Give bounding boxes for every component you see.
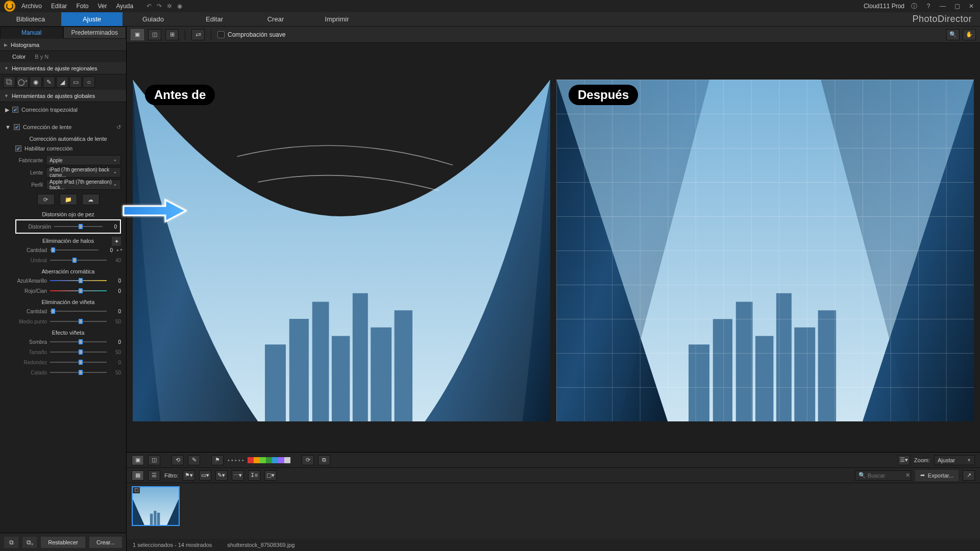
- module-edit[interactable]: Editar: [184, 12, 245, 26]
- chroma-rc-slider[interactable]: [50, 287, 107, 294]
- settings-icon[interactable]: ✲: [167, 3, 172, 10]
- filter-edit-icon[interactable]: ✎▾: [215, 470, 228, 481]
- secondary-display-icon[interactable]: ⮂: [191, 29, 205, 40]
- section-global[interactable]: ▼Herramientas de ajustes globales: [0, 90, 126, 102]
- distortion-slider[interactable]: [54, 223, 103, 230]
- strip-view1-icon[interactable]: ▣: [132, 455, 144, 465]
- module-create[interactable]: Crear: [245, 12, 306, 26]
- grad-tool-icon[interactable]: ◢: [56, 77, 68, 88]
- lens-enable[interactable]: ✔Habilitar corrección: [15, 143, 121, 154]
- help-icon[interactable]: ?: [924, 3, 933, 10]
- before-pane[interactable]: Antes de: [133, 80, 550, 421]
- zoom-tool-icon[interactable]: 🔍: [946, 29, 960, 40]
- lens-dropdown[interactable]: iPad (7th generation) back came...▼: [46, 167, 121, 178]
- global-scroll[interactable]: ▶✔Corrección trapezoidal ▼✔Corrección de…: [0, 102, 126, 533]
- rect-tool-icon[interactable]: ▭: [69, 77, 82, 88]
- histo-color[interactable]: Color: [12, 54, 26, 60]
- refresh-icon[interactable]: ⟳: [302, 455, 314, 465]
- brush-tool-icon[interactable]: ✎: [43, 77, 55, 88]
- zoom-dropdown[interactable]: Ajustar▼: [934, 455, 975, 465]
- section-regional[interactable]: ▼Herramientas de ajuste regionales: [0, 62, 126, 74]
- redo-icon[interactable]: ↷: [157, 3, 162, 10]
- tab-presets[interactable]: Predeterminados: [63, 27, 127, 39]
- module-adjust[interactable]: Ajuste: [61, 12, 122, 26]
- filter-label-icon[interactable]: ▭▾: [199, 470, 211, 481]
- module-guided[interactable]: Guiado: [122, 12, 184, 26]
- fisheye-highlight: Distorsión 0: [15, 219, 121, 234]
- rotate-left-icon[interactable]: ⟲: [172, 455, 184, 465]
- vig-sz-slider[interactable]: [50, 348, 107, 356]
- reset-button[interactable]: Restablecer: [41, 537, 85, 548]
- chroma-by-slider[interactable]: [50, 277, 107, 284]
- crop-tool-icon[interactable]: ⿻: [3, 77, 15, 88]
- fringe-stepper[interactable]: ▲▼: [116, 248, 121, 252]
- menu-file[interactable]: Archivo: [21, 3, 42, 10]
- create-preset-button[interactable]: Crear...: [89, 537, 122, 548]
- maker-dropdown[interactable]: Apple▼: [46, 155, 121, 165]
- flag-icon[interactable]: ⚑: [211, 455, 224, 465]
- user-label[interactable]: Cloud111 Prod: [864, 3, 904, 10]
- list-view-icon[interactable]: ☰: [148, 470, 160, 481]
- svg-rect-3: [332, 336, 350, 422]
- after-pane[interactable]: Después: [556, 80, 974, 421]
- lens-reload-icon[interactable]: ⟳: [37, 194, 55, 205]
- compare-icon[interactable]: ⧉: [318, 455, 330, 465]
- undo-icon[interactable]: ↶: [146, 3, 152, 10]
- zoom-label: Zoom:: [914, 457, 930, 463]
- section-histogram[interactable]: ▶Histograma: [0, 39, 126, 51]
- cloud-icon[interactable]: ◉: [177, 3, 182, 10]
- share-icon[interactable]: ↗: [963, 470, 975, 481]
- profile-dropdown[interactable]: Apple iPad (7th generation) back...▼: [46, 180, 121, 190]
- clear-search-icon[interactable]: ✕: [905, 472, 910, 479]
- menu-view[interactable]: Ver: [97, 3, 107, 10]
- filter-flag-icon[interactable]: ⚑▾: [183, 470, 195, 481]
- view-grid-icon[interactable]: ⊞: [165, 29, 179, 40]
- search-input[interactable]: [868, 472, 903, 479]
- pin-icon[interactable]: ✦: [112, 237, 121, 246]
- filter-sort-icon[interactable]: ↧≡: [248, 470, 260, 481]
- lens-download-icon[interactable]: ☁: [82, 194, 100, 205]
- vig-rem-amt-slider[interactable]: [50, 308, 107, 315]
- sort-icon[interactable]: ☰▾: [898, 455, 910, 465]
- menu-help[interactable]: Ayuda: [116, 3, 133, 10]
- view-single-icon[interactable]: ▣: [131, 29, 144, 40]
- menu-edit[interactable]: Editar: [51, 3, 67, 10]
- user-icon[interactable]: ⓘ: [910, 2, 919, 11]
- hand-tool-icon[interactable]: ✋: [963, 29, 976, 40]
- lens-import-icon[interactable]: 📁: [60, 194, 77, 205]
- module-print[interactable]: Imprimir: [306, 12, 368, 26]
- vig-rd-slider[interactable]: [50, 359, 107, 366]
- thumbs-view-icon[interactable]: ▦: [132, 470, 144, 481]
- minimize-icon[interactable]: —: [938, 3, 947, 10]
- trapezoid-toggle[interactable]: ▶✔Corrección trapezoidal: [5, 104, 121, 115]
- maximize-icon[interactable]: ▢: [952, 3, 962, 10]
- search-box[interactable]: 🔍✕: [855, 470, 911, 481]
- radial-tool-icon[interactable]: ○: [83, 77, 95, 88]
- fringe-thresh-slider[interactable]: [50, 257, 107, 264]
- vig-rem-mid-slider[interactable]: [50, 318, 107, 325]
- reset-icon[interactable]: ↺: [116, 124, 121, 131]
- histo-bw[interactable]: B y N: [35, 54, 48, 60]
- color-labels[interactable]: [248, 457, 290, 463]
- view-split-icon[interactable]: ◫: [148, 29, 161, 40]
- thumbnail[interactable]: ⧠: [132, 486, 180, 526]
- fringe-amount-slider[interactable]: [50, 246, 99, 254]
- paste-settings-icon[interactable]: ⧉₊: [22, 537, 37, 548]
- filter-stack-icon[interactable]: ▢▾: [264, 470, 277, 481]
- vignette-eff-title: Efecto viñeta: [15, 327, 121, 337]
- menu-photo[interactable]: Foto: [76, 3, 88, 10]
- redeye-tool-icon[interactable]: ◉: [30, 77, 42, 88]
- close-icon[interactable]: ✕: [967, 3, 976, 10]
- vig-sh-slider[interactable]: [50, 338, 107, 345]
- vig-ft-slider[interactable]: [50, 369, 107, 376]
- tab-manual[interactable]: Manual: [0, 27, 63, 39]
- filter-more-icon[interactable]: ⋯▾: [232, 470, 244, 481]
- copy-settings-icon[interactable]: ⧉: [4, 537, 18, 548]
- soft-proof-toggle[interactable]: Comprobación suave: [217, 31, 285, 38]
- module-library[interactable]: Biblioteca: [0, 12, 61, 26]
- export-button[interactable]: ➦ Exportar...: [915, 470, 959, 481]
- lens-toggle[interactable]: ▼✔Corrección de lente ↺: [5, 121, 121, 133]
- spot-tool-icon[interactable]: ◯⁺: [16, 77, 29, 88]
- rotate-right-icon[interactable]: ✎: [188, 455, 200, 465]
- strip-view2-icon[interactable]: ◫: [148, 455, 160, 465]
